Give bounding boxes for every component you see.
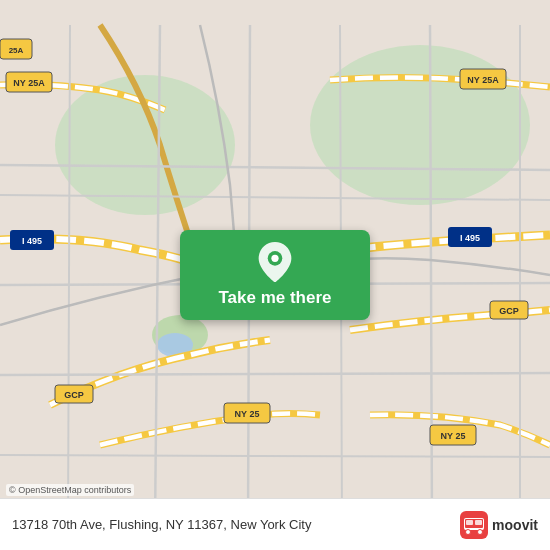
svg-text:I 495: I 495 (460, 233, 480, 243)
svg-point-35 (271, 255, 278, 262)
take-me-there-button[interactable]: Take me there (180, 230, 370, 320)
svg-text:NY 25: NY 25 (235, 409, 260, 419)
svg-rect-42 (475, 520, 482, 525)
bottom-bar: 13718 70th Ave, Flushing, NY 11367, New … (0, 498, 550, 550)
svg-text:GCP: GCP (499, 306, 519, 316)
svg-point-39 (466, 529, 471, 534)
osm-attribution: © OpenStreetMap contributors (6, 484, 134, 496)
osm-text: © OpenStreetMap contributors (9, 485, 131, 495)
address-text: 13718 70th Ave, Flushing, NY 11367, New … (12, 517, 460, 532)
svg-text:NY 25: NY 25 (441, 431, 466, 441)
svg-text:I 495: I 495 (22, 236, 42, 246)
map-container: I 495 I 495 NY 25A NY 25A GCP GCP NY 25 … (0, 0, 550, 550)
svg-point-40 (478, 529, 483, 534)
moovit-logo: moovit (460, 511, 538, 539)
svg-text:NY 25A: NY 25A (13, 78, 45, 88)
moovit-text: moovit (492, 517, 538, 533)
location-pin-icon (257, 242, 293, 282)
svg-text:NY 25A: NY 25A (467, 75, 499, 85)
svg-point-1 (55, 75, 235, 215)
svg-rect-41 (466, 520, 473, 525)
svg-text:25A: 25A (9, 46, 24, 55)
moovit-bus-icon (460, 511, 488, 539)
take-me-there-label: Take me there (218, 288, 331, 308)
svg-text:GCP: GCP (64, 390, 84, 400)
